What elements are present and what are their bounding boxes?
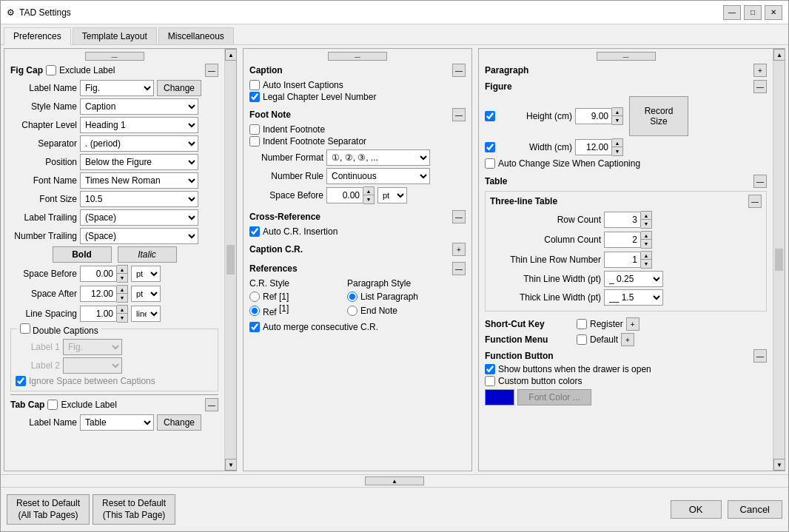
reset-tab-btn[interactable]: Reset to Default (This Tab Page) (93, 494, 175, 525)
collapse-bar-mid[interactable]: — (328, 52, 387, 61)
collapse-bar-right[interactable]: — (597, 52, 656, 61)
indent-separator-checkbox[interactable] (249, 136, 260, 147)
height-checkbox[interactable] (485, 111, 495, 121)
tab-cap-exclude-checkbox[interactable] (47, 400, 58, 410)
chapter-level-select[interactable]: Heading 1 (80, 117, 198, 133)
color-swatch[interactable] (485, 389, 514, 405)
left-scroll-up[interactable]: ▲ (225, 49, 236, 61)
space-before-up[interactable]: ▲ (117, 266, 127, 274)
fig-cap-collapse-btn[interactable]: — (205, 64, 218, 77)
maximize-button[interactable]: □ (744, 5, 762, 20)
references-collapse-btn[interactable]: — (452, 262, 466, 275)
font-name-select[interactable]: Times New Roman (80, 172, 198, 189)
fn-space-before-field[interactable] (326, 187, 363, 203)
ref1-radio[interactable] (249, 292, 260, 302)
function-menu-expand-btn[interactable]: + (621, 333, 634, 346)
position-select[interactable]: Below the Figure (80, 154, 198, 170)
label-name-select[interactable]: Fig. (80, 80, 154, 96)
number-rule-select[interactable]: Continuous (326, 168, 430, 184)
right-scroll-down[interactable]: ▼ (773, 459, 785, 471)
label-trailing-select[interactable]: (Space) (80, 209, 198, 226)
indent-footnote-checkbox[interactable] (249, 124, 260, 135)
number-trailing-select[interactable]: (Space) (80, 228, 198, 244)
font-color-btn[interactable]: Font Color ... (517, 389, 591, 405)
auto-merge-checkbox[interactable] (249, 322, 260, 332)
fn-space-up[interactable]: ▲ (363, 187, 374, 195)
minimize-button[interactable]: — (723, 5, 741, 20)
separator-select[interactable]: . (period) (80, 135, 198, 152)
line-spacing-up[interactable]: ▲ (117, 306, 127, 314)
left-scroll-down[interactable]: ▼ (225, 459, 236, 471)
thick-width-select[interactable]: __ 1.5 (604, 289, 663, 306)
custom-colors-checkbox[interactable] (485, 376, 495, 386)
auto-insert-checkbox[interactable] (249, 80, 260, 90)
auto-change-checkbox[interactable] (485, 158, 495, 169)
width-up[interactable]: ▲ (612, 139, 622, 147)
style-name-select[interactable]: Caption (80, 98, 198, 115)
reset-all-btn[interactable]: Reset to Default (All Tab Pages) (7, 494, 90, 525)
line-spacing-field[interactable] (80, 306, 117, 322)
italic-btn[interactable]: Italic (118, 246, 177, 263)
double-captions-checkbox[interactable] (20, 323, 30, 334)
width-checkbox[interactable] (485, 142, 495, 152)
shortcut-expand-btn[interactable]: + (626, 317, 639, 331)
label-name-change-btn[interactable]: Change (157, 80, 201, 96)
left-scrollbar[interactable]: ▲ ▼ (224, 49, 236, 471)
tab-label-name-select[interactable]: Table (80, 414, 154, 431)
number-format-select[interactable]: ①, ②, ③, ... (326, 149, 430, 166)
space-after-unit-select[interactable]: pt (131, 286, 161, 302)
fn-space-unit[interactable]: pt (377, 187, 407, 203)
ok-button[interactable]: OK (671, 500, 722, 519)
end-note-radio[interactable] (347, 306, 357, 316)
tab-preferences[interactable]: Preferences (4, 27, 71, 45)
function-button-collapse-btn[interactable]: — (753, 349, 767, 363)
cross-ref-collapse-btn[interactable]: — (452, 210, 466, 223)
table-collapse-btn[interactable]: — (753, 175, 767, 188)
close-button[interactable]: ✕ (765, 5, 782, 20)
row-count-up[interactable]: ▲ (641, 212, 651, 220)
line-spacing-down[interactable]: ▼ (117, 314, 127, 322)
collapse-bar-left[interactable]: — (85, 52, 144, 61)
footer-collapse-bar[interactable]: ▲ (365, 477, 424, 485)
space-before-field[interactable] (80, 266, 117, 282)
cancel-button[interactable]: Cancel (728, 500, 782, 519)
font-size-select[interactable]: 10.5 (80, 191, 198, 207)
tab-miscellaneous[interactable]: Miscellaneous (158, 27, 234, 44)
right-scroll-up[interactable]: ▲ (773, 49, 785, 61)
space-after-up[interactable]: ▲ (117, 286, 127, 294)
auto-cr-checkbox[interactable] (249, 226, 260, 237)
caption-collapse-btn[interactable]: — (452, 64, 466, 77)
tab-template-layout[interactable]: Template Layout (73, 27, 157, 44)
three-line-collapse-btn[interactable]: — (748, 195, 762, 208)
thin-row-down[interactable]: ▼ (641, 260, 651, 268)
ref-super-radio[interactable] (249, 306, 260, 316)
fig-cap-exclude-checkbox[interactable] (46, 65, 56, 75)
space-before-unit-select[interactable]: pt (131, 266, 161, 282)
col-count-up[interactable]: ▲ (641, 232, 651, 240)
thin-row-field[interactable] (604, 252, 641, 268)
space-before-down[interactable]: ▼ (117, 274, 127, 282)
thin-row-up[interactable]: ▲ (641, 252, 651, 260)
show-buttons-checkbox[interactable] (485, 364, 495, 374)
line-spacing-unit-select[interactable]: line (131, 306, 161, 322)
legal-chapter-checkbox[interactable] (249, 92, 260, 102)
figure-collapse-btn[interactable]: — (753, 80, 767, 93)
height-field[interactable] (575, 108, 612, 124)
space-after-field[interactable] (80, 286, 117, 302)
fn-space-down[interactable]: ▼ (363, 195, 374, 203)
footnote-collapse-btn[interactable]: — (452, 108, 466, 121)
row-count-field[interactable] (604, 212, 641, 228)
bold-btn[interactable]: Bold (53, 246, 112, 263)
tab-cap-collapse-btn[interactable]: — (205, 398, 218, 411)
ignore-space-checkbox[interactable] (16, 376, 26, 386)
height-down[interactable]: ▼ (612, 116, 622, 124)
list-paragraph-radio[interactable] (347, 292, 357, 302)
shortcut-checkbox[interactable] (577, 319, 587, 329)
width-field[interactable] (575, 139, 612, 155)
function-menu-checkbox[interactable] (577, 334, 587, 345)
row-count-down[interactable]: ▼ (641, 220, 651, 228)
width-down[interactable]: ▼ (612, 147, 622, 155)
col-count-down[interactable]: ▼ (641, 240, 651, 248)
space-after-down[interactable]: ▼ (117, 294, 127, 302)
tab-label-change-btn[interactable]: Change (157, 414, 201, 431)
